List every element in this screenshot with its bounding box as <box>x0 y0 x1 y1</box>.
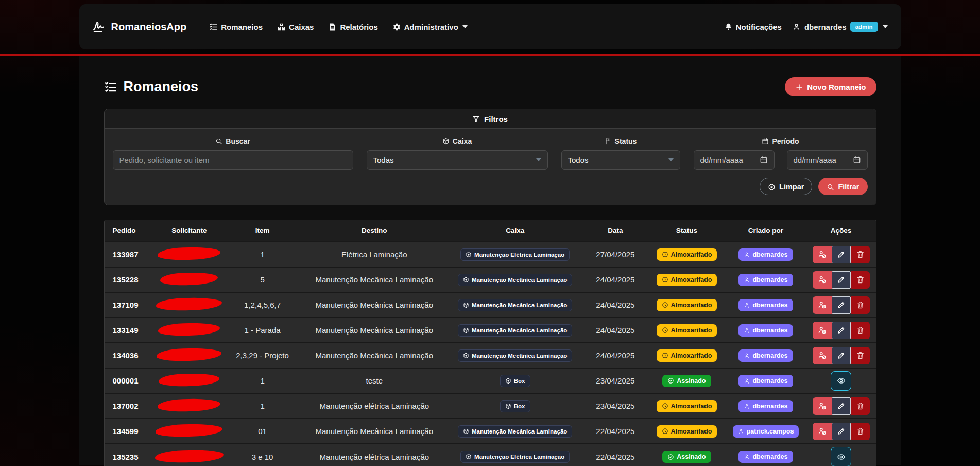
search-input[interactable] <box>113 150 353 170</box>
delete-button[interactable] <box>851 423 870 440</box>
notifications-button[interactable]: Notificações <box>724 23 782 31</box>
pencil-icon <box>837 402 846 410</box>
criado-por-badge: dbernardes <box>738 350 793 362</box>
delete-button[interactable] <box>851 322 870 339</box>
table-row: 137109 1,2,4,5,6,7 Manutenção Mecânica L… <box>105 292 876 318</box>
redacted-solicitante <box>155 449 224 463</box>
data-cell: 22/04/2025 <box>582 444 648 466</box>
status-badge: Almoxarifado <box>657 274 717 286</box>
nav-item-romaneios[interactable]: Romaneios <box>209 23 263 31</box>
eye-icon <box>837 453 846 461</box>
caixa-cell: Manutenção Mecânica Laminação <box>448 267 582 292</box>
person-check-icon <box>818 402 827 410</box>
user-icon <box>792 23 801 31</box>
data-cell: 23/04/2025 <box>582 368 648 393</box>
column-header-1: Pedido <box>105 220 154 242</box>
table-row: 134036 2,3,29 - Projeto Manutenção Mecân… <box>105 343 876 368</box>
destino-cell: Manutenção elétrica Laminação <box>301 444 448 466</box>
status-cell: Assinado <box>648 368 726 393</box>
criado-por-badge: dbernardes <box>738 324 793 337</box>
filtrar-button[interactable]: Filtrar <box>818 178 867 195</box>
edit-button[interactable] <box>832 246 851 263</box>
data-cell: 23/04/2025 <box>582 393 648 419</box>
filtrar-label: Filtrar <box>838 182 859 191</box>
item-cell: 2,3,29 - Projeto <box>224 343 301 368</box>
cube-icon <box>466 454 472 460</box>
chevron-down-icon <box>536 158 541 161</box>
assign-user-button[interactable] <box>813 347 832 364</box>
caixa-cell: Manutenção Mecânica Laminação <box>448 343 582 368</box>
assign-user-button[interactable] <box>813 246 832 263</box>
criado-por-cell: dbernardes <box>725 242 806 267</box>
status-icon <box>662 428 668 435</box>
pedido-cell: 133987 <box>105 242 154 267</box>
edit-button[interactable] <box>832 322 851 339</box>
acoes-cell <box>806 318 876 343</box>
delete-button[interactable] <box>851 397 870 415</box>
acoes-cell <box>806 267 876 292</box>
assign-user-button[interactable] <box>813 397 832 415</box>
delete-button[interactable] <box>851 246 870 263</box>
assign-user-button[interactable] <box>813 296 832 314</box>
view-button[interactable] <box>831 371 851 391</box>
redacted-solicitante <box>160 272 218 286</box>
limpar-button[interactable]: Limpar <box>760 178 812 195</box>
nav-item-label: Caixas <box>289 23 314 31</box>
x-circle-icon <box>768 183 776 191</box>
date-to-input[interactable]: dd/mm/aaaa <box>787 150 868 170</box>
status-select-value: Todos <box>568 156 589 164</box>
pedido-cell: 000001 <box>105 368 154 393</box>
trash-icon <box>856 275 865 284</box>
nav-item-relatorios[interactable]: Relatórios <box>328 23 377 31</box>
caixa-cell: Manutenção Mecânica Laminação <box>448 318 582 343</box>
destino-cell: Elétrica Laminação <box>301 242 448 267</box>
assign-user-button[interactable] <box>813 423 832 440</box>
delete-button[interactable] <box>851 271 870 289</box>
user-name: dbernardes <box>804 23 847 31</box>
status-icon <box>662 276 668 283</box>
edit-button[interactable] <box>832 296 851 314</box>
search-icon <box>827 183 834 191</box>
caixa-cell: Manutenção Mecânica Laminação <box>448 292 582 318</box>
view-button[interactable] <box>831 447 851 466</box>
nav-item-administrativo[interactable]: Administrativo <box>392 23 468 31</box>
assign-user-button[interactable] <box>813 322 832 339</box>
pencil-icon <box>837 351 846 360</box>
cube-icon <box>463 353 469 359</box>
criado-por-cell: dbernardes <box>725 267 806 292</box>
edit-button[interactable] <box>832 271 851 289</box>
table-row: 133149 1 - Parada Manutenção Mecânica La… <box>105 318 876 343</box>
nav-item-label: Relatórios <box>340 23 377 31</box>
pedido-cell: 135235 <box>105 444 154 466</box>
status-badge: Almoxarifado <box>657 324 717 337</box>
person-icon <box>738 428 744 435</box>
report-icon <box>328 23 337 31</box>
main-content: Romaneios Novo Romaneio Filtros Buscar <box>79 56 901 465</box>
edit-button[interactable] <box>832 423 851 440</box>
app-brand[interactable]: RomaneiosApp <box>93 20 187 34</box>
solicitante-cell <box>154 343 224 368</box>
cube-icon <box>505 403 511 409</box>
acoes-cell <box>806 343 876 368</box>
date-from-input[interactable]: dd/mm/aaaa <box>694 150 775 170</box>
boxes-icon <box>277 23 286 31</box>
period-filter-label: Período <box>694 137 868 145</box>
delete-button[interactable] <box>851 347 870 364</box>
edit-button[interactable] <box>832 347 851 364</box>
edit-button[interactable] <box>832 397 851 415</box>
status-select[interactable]: Todos <box>561 150 680 170</box>
solicitante-cell <box>154 368 224 393</box>
novo-romaneio-button[interactable]: Novo Romaneio <box>785 77 876 96</box>
status-badge: Almoxarifado <box>657 248 717 261</box>
assign-user-button[interactable] <box>813 271 832 289</box>
user-menu[interactable]: dbernardes admin <box>792 22 888 32</box>
pedido-cell: 135228 <box>105 267 154 292</box>
item-cell: 1 <box>224 368 301 393</box>
criado-por-badge: dbernardes <box>738 451 793 463</box>
delete-button[interactable] <box>851 296 870 314</box>
nav-item-caixas[interactable]: Caixas <box>277 23 314 31</box>
pencil-icon <box>837 427 846 436</box>
column-header-5: Caixa <box>448 220 582 242</box>
flag-icon <box>605 138 612 145</box>
caixa-select[interactable]: Todas <box>367 150 548 170</box>
